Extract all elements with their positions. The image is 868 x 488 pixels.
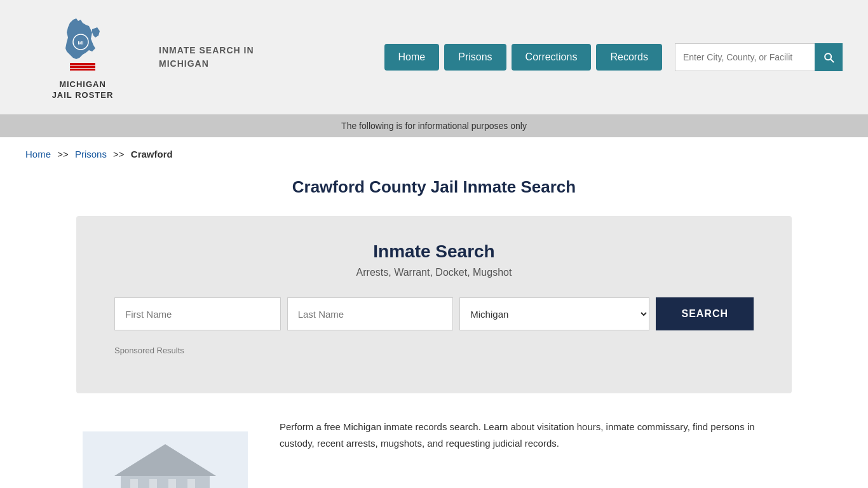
logo-text: MICHIGAN JAIL ROSTER [52, 79, 114, 101]
building-image [76, 419, 254, 488]
header-search-input[interactable] [675, 43, 815, 71]
main-nav: Home Prisons Corrections Records [384, 43, 843, 71]
header-search-area [675, 43, 843, 71]
search-container: Inmate Search Arrests, Warrant, Docket, … [76, 216, 792, 393]
first-name-input[interactable] [114, 297, 281, 330]
logo-image: MI [54, 13, 111, 77]
header-search-button[interactable] [815, 43, 843, 71]
page-title: Crawford County Jail Inmate Search [0, 171, 868, 216]
sponsored-results-label: Sponsored Results [114, 346, 754, 355]
svg-rect-2 [70, 63, 95, 65]
breadcrumb-prisons[interactable]: Prisons [75, 149, 107, 159]
breadcrumb-home[interactable]: Home [25, 149, 51, 159]
svg-text:MI: MI [78, 40, 84, 46]
state-select[interactable]: AlabamaAlaskaArizonaArkansasCaliforniaCo… [459, 297, 649, 330]
breadcrumb: Home >> Prisons >> Crawford [0, 137, 868, 171]
search-submit-button[interactable]: SEARCH [656, 297, 754, 330]
header: MI MICHIGAN JAIL ROSTER INMATE SEARCH IN… [0, 0, 868, 114]
nav-corrections[interactable]: Corrections [512, 44, 592, 71]
breadcrumb-sep-1: >> [57, 149, 69, 159]
info-bar-text: The following is for informational purpo… [341, 121, 527, 131]
bottom-description: Perform a free Michigan inmate records s… [280, 419, 792, 451]
svg-rect-13 [187, 479, 195, 488]
site-title: INMATE SEARCH IN MICHIGAN [159, 44, 261, 71]
search-icon [822, 51, 835, 64]
breadcrumb-current: Crawford [131, 149, 173, 159]
search-box-subtitle: Arrests, Warrant, Docket, Mugshot [114, 267, 754, 278]
nav-prisons[interactable]: Prisons [444, 44, 506, 71]
svg-marker-0 [65, 18, 95, 59]
svg-marker-1 [92, 27, 100, 37]
search-box-title: Inmate Search [114, 241, 754, 262]
svg-rect-10 [130, 479, 138, 488]
info-bar: The following is for informational purpo… [0, 114, 868, 137]
svg-rect-3 [70, 66, 95, 68]
courthouse-svg [83, 431, 248, 488]
last-name-input[interactable] [287, 297, 454, 330]
search-form: AlabamaAlaskaArizonaArkansasCaliforniaCo… [114, 297, 754, 330]
logo-area: MI MICHIGAN JAIL ROSTER [25, 13, 140, 101]
nav-home[interactable]: Home [384, 44, 440, 71]
svg-rect-12 [168, 479, 176, 488]
nav-records[interactable]: Records [596, 44, 662, 71]
svg-rect-4 [70, 69, 95, 71]
bottom-section: Perform a free Michigan inmate records s… [0, 393, 868, 488]
breadcrumb-sep-2: >> [113, 149, 125, 159]
svg-rect-11 [149, 479, 157, 488]
